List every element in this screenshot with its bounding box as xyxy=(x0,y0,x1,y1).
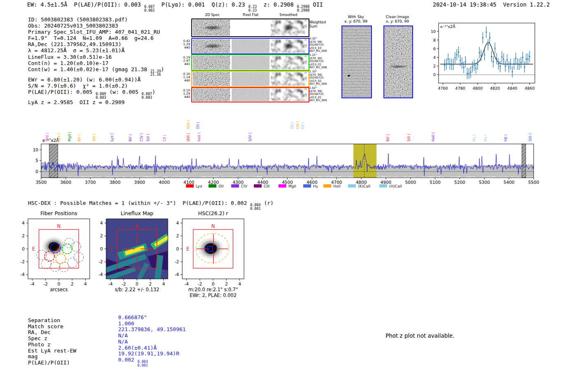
line-label-CIV: CIV ( xyxy=(296,121,300,129)
col-header-pixelflat: Pixel Flat xyxy=(232,13,269,17)
svg-text:4780: 4780 xyxy=(455,86,465,90)
svg-text:4820: 4820 xyxy=(490,86,500,90)
svg-text:3700: 3700 xyxy=(85,180,96,185)
match-table-value: 0.666876" xyxy=(118,315,186,321)
line-label-CII: CII ( xyxy=(163,135,167,141)
svg-text:0: 0 xyxy=(22,246,25,251)
svg-text:-4: -4 xyxy=(175,272,179,277)
spec2d-row-image xyxy=(191,19,309,37)
svg-text:2: 2 xyxy=(225,281,228,286)
line-label-SiIV: SiIV ( xyxy=(186,120,190,129)
row-exposure-annotation: 1.21"(670, 90)20240725v013_01407_RU_008 xyxy=(309,54,327,70)
legend-swatch xyxy=(186,184,194,188)
line-label-Hγ: Hγ ( xyxy=(483,135,488,141)
line-label-CIV: CIV ( xyxy=(139,133,144,141)
info-line: LineFlux = 3.30(±0.51)e-16 xyxy=(28,54,164,60)
svg-text:8: 8 xyxy=(433,38,436,42)
svg-text:5: 5 xyxy=(35,158,38,163)
svg-text:-2: -2 xyxy=(43,281,47,286)
svg-text:-4: -4 xyxy=(184,281,189,286)
svg-text:3900: 3900 xyxy=(134,180,145,185)
legend-swatch xyxy=(323,184,331,188)
svg-text:4860: 4860 xyxy=(525,86,534,90)
svg-text:e⁻¹⁷x2Å: e⁻¹⁷x2Å xyxy=(440,24,455,29)
fiber-positions-panel: Fiber PositionsNE-4-2024-4-2024arcsecs xyxy=(16,210,98,301)
line-label-HeII: HeII ( xyxy=(431,132,435,141)
info-line: F=1.9" T=0.124 N=1.09 A=0.66 g=24.6 xyxy=(28,35,164,41)
svg-text:-2: -2 xyxy=(121,281,125,286)
info-line: EWr = 6.80(±1.20) (w: 6.00(±0.94))Å xyxy=(28,77,164,83)
svg-text:3600: 3600 xyxy=(60,180,71,185)
compass-east: E xyxy=(110,246,113,252)
svg-text:5200: 5200 xyxy=(454,180,465,185)
masked-region xyxy=(522,144,526,178)
spec2d-row-image xyxy=(191,38,309,54)
spec2d-row-image xyxy=(191,87,309,102)
panel-title: HSC(26.2) r xyxy=(198,210,229,216)
line-label-Hβ: Hβ ( xyxy=(504,134,508,141)
info-line: λ = 4812.25Å σ = 5.23(±1.01)Å xyxy=(28,47,164,53)
col-header-smoothed: Smoothed xyxy=(270,13,307,17)
stacked-uncertainty: 0.230.23 xyxy=(249,5,257,12)
line-label-OVI: OVI ( xyxy=(186,133,190,141)
svg-text:4: 4 xyxy=(433,55,436,60)
legend-label: (K)CaII xyxy=(358,184,370,188)
svg-text:4840: 4840 xyxy=(507,86,517,90)
svg-text:2: 2 xyxy=(100,233,103,238)
match-table-label: mag xyxy=(28,354,76,360)
svg-text:3800: 3800 xyxy=(109,180,121,185)
row-weight-labels: 0.192.97441 xyxy=(177,56,190,66)
svg-text:5500: 5500 xyxy=(528,180,539,185)
info-line: P(LAE)/P(OII): 0.005 0.0090.003 (w: 0.00… xyxy=(28,89,164,99)
line-label-Hγ: Hγ ( xyxy=(472,135,476,141)
svg-text:-2: -2 xyxy=(99,259,103,264)
legend-swatch xyxy=(303,184,311,188)
legend-label: CIII xyxy=(264,184,269,188)
line-label-HeII: HeII ( xyxy=(197,132,201,141)
svg-text:-4: -4 xyxy=(30,281,35,286)
match-table-label: Separation xyxy=(28,318,76,324)
photz-note: Phot z plot not available. xyxy=(386,332,455,339)
stacked-uncertainty: 0.0040.001 xyxy=(137,360,148,367)
line-label-NV: NV ( xyxy=(77,134,81,141)
line-label-SiII: SiII ( xyxy=(407,134,411,141)
match-table-value: N/A xyxy=(118,333,186,339)
svg-text:-2: -2 xyxy=(175,259,179,264)
svg-text:4800: 4800 xyxy=(473,86,483,90)
row-weight-labels: 0.101.29440 xyxy=(177,89,190,99)
svg-text:5400: 5400 xyxy=(504,180,515,185)
svg-text:-4: -4 xyxy=(99,272,103,277)
clean-image-title-line2: x, y: 670, 99 xyxy=(380,19,415,24)
svg-text:2: 2 xyxy=(433,64,436,68)
line-label-OII: OII ( xyxy=(290,122,294,129)
svg-text:4: 4 xyxy=(84,281,87,286)
panel-xlabel: s/b: 2.22 +/- 0.132 xyxy=(115,287,159,292)
info-line: Cont(n) = 1.20(±0.10)e-17 xyxy=(28,60,164,66)
svg-text:4100: 4100 xyxy=(183,180,195,185)
match-table-value: N/A xyxy=(118,339,186,345)
info-line: Primary Spec_Slot_IFU_AMP: 407_041_021_R… xyxy=(28,29,164,35)
row-weight-labels: 0.421.29440 xyxy=(177,39,190,49)
svg-text:3500: 3500 xyxy=(36,180,47,185)
svg-text:2: 2 xyxy=(176,233,179,238)
match-table-value: 0.002 0.0040.001 xyxy=(118,357,186,367)
spec2d-row-image xyxy=(191,54,309,71)
clean-image-title-line1: Clean Image xyxy=(380,15,415,19)
info-line: S/N = 7.9(±0.6) χ² = 1.0(±0.2) xyxy=(28,83,164,89)
version-label: Version 1.22.2 xyxy=(503,1,550,8)
match-table-label: Match score xyxy=(28,324,76,330)
with-sky-title: With Sky x, y: 670, 99 xyxy=(338,15,374,23)
with-sky-title-line2: x, y: 670, 99 xyxy=(338,19,374,24)
svg-text:4: 4 xyxy=(100,220,103,225)
info-line: Obs: 20240725v013_5003802383 xyxy=(28,23,164,29)
panel-xlabel2: EWr: 2, PLAE: 0.002 xyxy=(190,292,237,298)
stacked-uncertainty: 0.0070.002 xyxy=(144,5,155,12)
svg-text:2: 2 xyxy=(149,281,152,286)
match-table-label: RA, Dec xyxy=(28,329,76,336)
svg-text:0: 0 xyxy=(212,281,215,286)
line-label-Lyα: Lyα ( xyxy=(57,133,61,141)
compass-east: E xyxy=(186,246,189,252)
svg-text:-4: -4 xyxy=(108,281,113,286)
stacked-uncertainty: 0.0040.001 xyxy=(250,203,261,210)
svg-text:5100: 5100 xyxy=(430,180,441,185)
